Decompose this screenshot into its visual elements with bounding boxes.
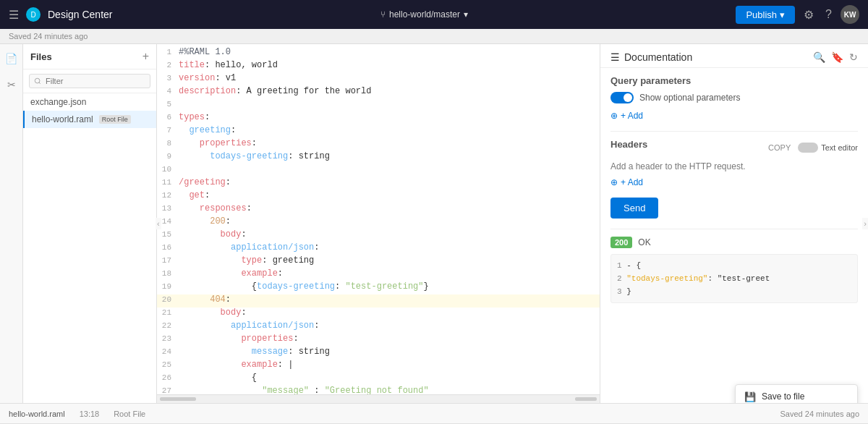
files-add-button[interactable]: + xyxy=(142,50,149,63)
app-logo: D xyxy=(26,7,41,22)
line-content-6: types: xyxy=(179,112,600,122)
response-line-3: 3 } xyxy=(617,285,851,298)
code-line-11: 11 /greeting: xyxy=(157,177,600,190)
line-content-4: description: A greeting for the world xyxy=(179,86,600,96)
code-line-18: 18 example: xyxy=(157,268,600,281)
line-content-2: title: hello, world xyxy=(179,60,600,70)
line-content-14: 200: xyxy=(179,216,600,226)
code-line-2: 2 title: hello, world xyxy=(157,60,600,73)
headers-title: Headers xyxy=(610,139,647,150)
line-content-8: properties: xyxy=(179,138,600,148)
line-num-10: 10 xyxy=(157,164,179,174)
send-button[interactable]: Send xyxy=(610,198,658,219)
line-num-15: 15 xyxy=(157,229,179,239)
status-position: 13:18 xyxy=(80,410,100,418)
files-search xyxy=(23,69,156,93)
code-line-6: 6 types: xyxy=(157,112,600,125)
code-line-7: 7 greeting: xyxy=(157,125,600,138)
right-collapse-arrow[interactable]: › xyxy=(862,218,868,229)
line-content-10 xyxy=(179,164,600,174)
add-header-text: Add a header to the HTTP request. xyxy=(610,161,858,171)
line-num-2: 2 xyxy=(157,60,179,69)
line-num-5: 5 xyxy=(157,99,179,109)
line-content-20: 404: xyxy=(179,294,600,305)
line-num-18: 18 xyxy=(157,268,179,278)
menu-icon[interactable]: ☰ xyxy=(9,8,19,22)
tools-icon[interactable]: ✂ xyxy=(4,76,19,93)
right-panel-header: ☰ Documentation 🔍 🔖 ↻ xyxy=(600,44,868,68)
doc-menu-icon: ☰ xyxy=(610,51,620,63)
left-collapse-arrow[interactable]: ‹ xyxy=(156,218,161,229)
help-button[interactable]: ? xyxy=(822,5,835,24)
code-line-24: 24 message: string xyxy=(157,347,600,360)
code-line-9: 9 todays-greeting: string xyxy=(157,151,600,164)
right-panel-icons: 🔍 🔖 ↻ xyxy=(813,51,858,63)
query-params-title: Query parameters xyxy=(610,75,858,86)
publish-label: Publish xyxy=(746,9,777,20)
branch-selector[interactable]: ⑂ hello-world/master ▾ xyxy=(380,9,468,20)
topbar: ☰ D Design Center ⑂ hello-world/master ▾… xyxy=(0,0,868,29)
code-editor[interactable]: 1 #%RAML 1.0 2 title: hello, world 3 ver… xyxy=(157,44,600,403)
editor-content[interactable]: 1 #%RAML 1.0 2 title: hello, world 3 ver… xyxy=(157,44,600,394)
line-content-27: "message" : "Greeting not found" xyxy=(179,386,600,394)
save-to-file-label: Save to file xyxy=(762,391,804,402)
copy-button[interactable]: COPY xyxy=(764,142,795,153)
response-line-1: 1 - { xyxy=(617,259,851,272)
publish-button[interactable]: Publish ▾ xyxy=(736,6,795,24)
line-num-19: 19 xyxy=(157,281,179,291)
code-line-22: 22 application/json: xyxy=(157,321,600,334)
search-icon[interactable]: 🔍 xyxy=(813,51,825,63)
line-num-9: 9 xyxy=(157,151,179,161)
add-query-param-button[interactable]: ⊕ + Add xyxy=(610,111,858,121)
line-content-11: /greeting: xyxy=(179,177,600,187)
response-line-2: 2 "todays-greeting": "test-greet xyxy=(617,272,851,285)
line-content-7: greeting: xyxy=(179,125,600,135)
show-optional-row: Show optional parameters xyxy=(610,92,858,103)
line-content-16: application/json: xyxy=(179,242,600,253)
code-line-5: 5 xyxy=(157,99,600,112)
search-input[interactable] xyxy=(29,74,150,88)
add-header-circle-icon: ⊕ xyxy=(610,177,618,187)
line-content-26: { xyxy=(179,373,600,383)
file-item-exchange[interactable]: exchange.json xyxy=(23,93,156,111)
refresh-icon[interactable]: ↻ xyxy=(849,51,858,63)
line-content-1: #%RAML 1.0 xyxy=(179,47,600,57)
publish-caret-icon: ▾ xyxy=(780,9,785,20)
text-editor-switch[interactable] xyxy=(798,143,818,153)
file-item-helloworld[interactable]: hello-world.raml Root File xyxy=(23,111,156,128)
files-panel: Files + exchange.json hello-world.raml R… xyxy=(23,44,157,403)
dropdown-save-to-file[interactable]: 💾 Save to file xyxy=(736,385,857,403)
h-scrollbar-thumb[interactable] xyxy=(160,397,196,401)
code-line-27: 27 "message" : "Greeting not found" xyxy=(157,386,600,394)
line-num-3: 3 xyxy=(157,73,179,82)
add-header-button[interactable]: ⊕ + Add xyxy=(610,177,858,187)
code-line-19: 19 {todays-greeting: "test-greeting"} xyxy=(157,281,600,294)
show-optional-toggle[interactable] xyxy=(610,92,634,103)
saved-bar: Saved 24 minutes ago xyxy=(0,29,868,44)
line-content-18: example: xyxy=(179,268,600,279)
status-bar: hello-world.raml 13:18 Root File Saved 2… xyxy=(0,403,868,423)
code-line-12: 12 get: xyxy=(157,190,600,203)
branch-icon: ⑂ xyxy=(380,9,386,20)
bookmark-icon[interactable]: 🔖 xyxy=(831,51,843,63)
response-header: 200 OK xyxy=(610,237,858,248)
settings-button[interactable]: ⚙ xyxy=(801,5,817,25)
line-content-15: body: xyxy=(179,229,600,239)
status-filetype: Root File xyxy=(114,410,145,418)
line-num-24: 24 xyxy=(157,347,179,356)
line-num-7: 7 xyxy=(157,125,179,135)
h-scrollbar-right[interactable] xyxy=(575,397,597,401)
status-text: OK xyxy=(638,237,650,247)
code-line-16: 16 application/json: xyxy=(157,242,600,255)
branch-label: hello-world/master xyxy=(389,9,460,20)
code-line-4: 4 description: A greeting for the world xyxy=(157,86,600,99)
code-line-14: 14 200: xyxy=(157,216,600,229)
code-line-17: 17 type: greeting xyxy=(157,255,600,268)
save-file-icon: 💾 xyxy=(744,391,756,402)
line-num-12: 12 xyxy=(157,190,179,200)
line-num-26: 26 xyxy=(157,373,179,382)
files-title: Files xyxy=(30,51,52,62)
files-icon[interactable]: 📄 xyxy=(2,50,20,67)
line-num-23: 23 xyxy=(157,334,179,343)
line-content-22: application/json: xyxy=(179,321,600,331)
